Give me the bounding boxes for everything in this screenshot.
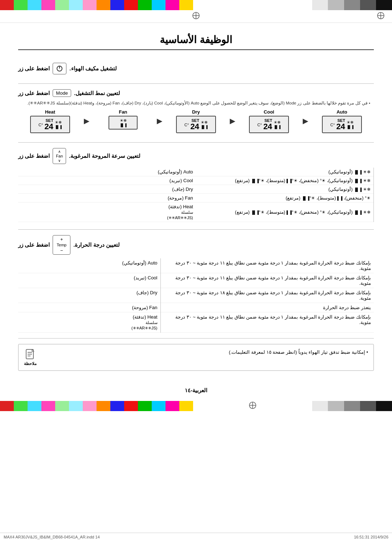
temp-auto-mode: Auto (أوتوماتيكي) (18, 258, 160, 273)
temp-dry-desc: بإمكانك ضبط درجة الحرارة المرغوبة بمقدار… (160, 288, 374, 303)
temp-auto-desc: بإمكانك ضبط درجة الحرارة المرغوبة بمقدار… (160, 258, 374, 273)
fan-display: ❄☀ ▐▌▐ (109, 116, 138, 130)
mode-button-box: Mode (53, 89, 71, 97)
dry-display: ❄☀ ▐▌▐ SET 24 °C (176, 116, 216, 133)
power-button-box (53, 63, 66, 74)
section-temp: لتعيين درجة الحرارة. + Temp − اضغط على ز… (18, 230, 374, 339)
mode-btn-label: Mode (56, 90, 68, 96)
auto-celsius: °C (330, 123, 335, 127)
arrow-3: ▶ (157, 109, 162, 125)
fan-label: Fan (119, 109, 127, 115)
note-box: إمكانية ضبط تدفق تيار الهواء يدوياً (انظ… (18, 344, 374, 371)
temp-fan-desc: يتعذر ضبط درجة الحرارة (160, 303, 374, 312)
temp-suffix: لتعيين درجة الحرارة. (73, 242, 120, 248)
cool-celsius: °C (257, 123, 262, 127)
note-content: إمكانية ضبط تدفق تيار الهواء يدوياً (انظ… (40, 349, 368, 355)
temp-row-dry: بإمكانك ضبط درجة الحرارة المرغوبة بمقدار… (18, 288, 374, 303)
cool-display: ❄☀ ▐▌▐ SET 24 °C (249, 116, 289, 133)
bottom-color-bar (0, 401, 392, 411)
power-icon (56, 65, 63, 72)
footer: 2014/9/26 16:51:31 MAX4 AR30JV&JS_IB&IM_… (0, 533, 392, 541)
fan-auto-speeds: ❄☀ ▐▌▐ (أوتوماتيكي) (196, 168, 374, 176)
arrow-2: ▶ (230, 109, 235, 125)
heat-celsius: °C (38, 123, 43, 127)
arrow-1: ▶ (303, 109, 308, 125)
fan-cool-speeds: ❄☀ ▐▌▐ (أوتوماتيكي)، ☀° (منخفض)، ☀°▐▌ (م… (196, 176, 374, 185)
fan-arrow-up: ∧ (58, 149, 61, 153)
page-title: الوظيفة الأساسية (18, 34, 374, 50)
temp-button-box: + Temp − (53, 235, 70, 255)
auto-icons: ❄☀ ▐▌▐ (347, 120, 354, 129)
mode-dry: Dry ❄☀ ▐▌▐ SET 24 °C (164, 109, 228, 133)
power-instruction: اضغط على زر (18, 65, 50, 72)
fan-instruction: اضغط على زر (18, 153, 50, 159)
fan-row-fanmode: ☀° (منخفض)، ▐▌ (متوسط)، ☀°▐▌▐ (مرتفع) Fa… (18, 194, 374, 202)
fan-heat-mode: Heat (تدفئة)سلسلة(AR✳✳JS✳✳) (18, 202, 196, 222)
heat-icons: ❄☀ ▐▌▐ (55, 120, 62, 129)
mode-note: في كل مرة تقوم خلالها بالضغط على زر Mode… (18, 101, 374, 106)
section-power: لتشغيل مكيف الهواء. اضغط على زر (18, 57, 374, 84)
temp-heat-desc: بإمكانك ضبط درجة الحرارة المرغوبة بمقدار… (160, 312, 374, 333)
temp-instruction: اضغط على زر (18, 242, 50, 248)
fan-row-auto: ❄☀ ▐▌▐ (أوتوماتيكي) Auto (أوتوماتيكي) (18, 168, 374, 176)
page-number: العربية-١٤ (0, 384, 392, 397)
fan-fanmode-mode: Fan (مروحة) (18, 194, 196, 202)
top-color-bar (0, 0, 392, 10)
temp-minus: − (60, 248, 63, 253)
temp-table: بإمكانك ضبط درجة الحرارة المرغوبة بمقدار… (18, 258, 374, 333)
fan-row-heat: ❄☀ ▐▌▐ (أوتوماتيكي)، ☀° (منخفض)، ☀°▐▌ (م… (18, 202, 374, 222)
fan-row-dry: ❄☀ ▐▌▐ (أوتوماتيكي) Dry (جاف) (18, 185, 374, 194)
dry-label: Dry (192, 109, 200, 115)
temp-btn-label: Temp (57, 243, 66, 247)
cool-temp: 24 (263, 123, 272, 131)
footer-right: 2014/9/26 16:51:31 (354, 535, 388, 539)
temp-plus: + (60, 237, 63, 242)
auto-temp: 24 (336, 123, 345, 131)
mode-cool: Cool ❄☀ ▐▌▐ SET 24 °C (237, 109, 301, 133)
dry-celsius: °C (184, 123, 189, 127)
fan-icons: ❄☀ ▐▌▐ (119, 118, 126, 127)
fan-heat-speeds: ❄☀ ▐▌▐ (أوتوماتيكي)، ☀° (منخفض)، ☀°▐▌ (م… (196, 202, 374, 222)
temp-dry-mode: Dry (جاف) (18, 288, 160, 303)
fan-arrow-down: ∨ (58, 159, 61, 163)
temp-cool-desc: بإمكانك ضبط درجة الحرارة المرغوبة بمقدار… (160, 273, 374, 288)
cool-icons: ❄☀ ▐▌▐ (274, 120, 281, 129)
fan-speed-table: ❄☀ ▐▌▐ (أوتوماتيكي) Auto (أوتوماتيكي) ❄☀… (18, 168, 374, 222)
dry-temp: 24 (190, 123, 199, 131)
heat-label: Heat (45, 109, 55, 115)
temp-row-fan: يتعذر ضبط درجة الحرارة Fan (مروحة) (18, 303, 374, 312)
temp-cool-mode: Cool (تبريد) (18, 273, 160, 288)
fan-btn-label: Fan (56, 154, 63, 158)
temp-heat-mode: Heat (تدفئة)سلسلة(AR✳✳JS✳✳) (18, 312, 160, 333)
section-mode: لتعيين نمط التشغيل. Mode اضغط على زر في … (18, 84, 374, 143)
reg-mark-right (377, 12, 385, 21)
auto-display: ❄☀ ▐▌▐ SET 24 °C (322, 116, 362, 133)
footer-left: MAX4 AR30JV&JS_IB&IM_DB68-04541A_AR.indd… (4, 535, 100, 539)
mode-fan: Fan ❄☀ ▐▌▐ (91, 109, 155, 130)
fan-cool-mode: Cool (تبريد) (18, 176, 196, 185)
reg-mark-bottom (249, 401, 257, 411)
note-label: ملاحظة (24, 361, 37, 366)
auto-label: Auto (336, 109, 347, 115)
arrow-4: ▶ (84, 109, 89, 125)
heat-display: ❄☀ ▐▌▐ SET 24 °C (30, 116, 70, 133)
fan-auto-mode: Auto (أوتوماتيكي) (18, 168, 196, 176)
mode-displays-row: Auto ❄☀ ▐▌▐ SET 24 °C ▶ Cool (18, 109, 374, 133)
mode-instruction: اضغط على زر (18, 90, 50, 97)
note-icon-area: ملاحظة (24, 349, 37, 366)
fan-dry-speeds: ❄☀ ▐▌▐ (أوتوماتيكي) (196, 185, 374, 194)
temp-row-cool: بإمكانك ضبط درجة الحرارة المرغوبة بمقدار… (18, 273, 374, 288)
fan-fanmode-speeds: ☀° (منخفض)، ▐▌ (متوسط)، ☀°▐▌▐ (مرتفع) (196, 194, 374, 202)
power-suffix: لتشغيل مكيف الهواء. (69, 65, 117, 72)
dry-icons: ❄☀ ▐▌▐ (201, 120, 208, 129)
fan-dry-mode: Dry (جاف) (18, 185, 196, 194)
temp-fan-mode: Fan (مروحة) (18, 303, 160, 312)
fan-row-cool: ❄☀ ▐▌▐ (أوتوماتيكي)، ☀° (منخفض)، ☀°▐▌ (م… (18, 176, 374, 185)
cool-label: Cool (264, 109, 274, 115)
fan-button-box: ∧ Fan ∨ (53, 148, 66, 164)
note-text: إمكانية ضبط تدفق تيار الهواء يدوياً (انظ… (229, 349, 368, 355)
reg-mark-top (192, 12, 200, 21)
fan-suffix: لتعيين سرعة المروحة المرغوبة. (69, 153, 140, 159)
mode-heat: Heat ❄☀ ▐▌▐ SET 24 °C (18, 109, 82, 133)
mode-auto: Auto ❄☀ ▐▌▐ SET 24 °C (310, 109, 374, 133)
